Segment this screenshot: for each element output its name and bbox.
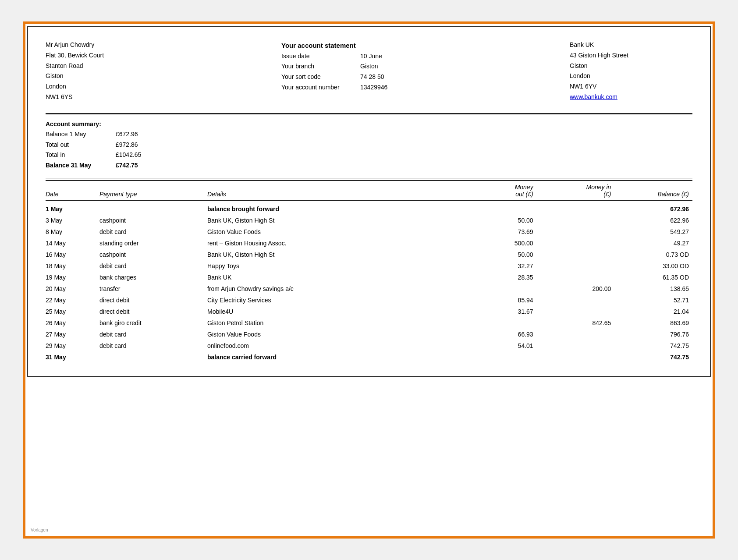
col-header-balance: Balance (£): [614, 181, 692, 201]
sort-value: 74 28 50: [360, 72, 384, 82]
summary-row: Balance 31 May£742.75: [46, 160, 692, 171]
cell-out: 85.94: [459, 294, 537, 306]
header-statement: Your account statement Issue date 10 Jun…: [281, 40, 448, 103]
summary-row: Balance 1 May£672.96: [46, 129, 692, 140]
cell-date: 1 May: [46, 201, 99, 215]
cell-details: City Electricity Services: [207, 294, 459, 306]
cell-balance: 796.76: [614, 329, 692, 340]
cell-date: 31 May: [46, 351, 99, 363]
cell-date: 25 May: [46, 306, 99, 317]
col-header-date: Date: [46, 181, 99, 201]
outer-border: Mr Arjun Chowdry Flat 30, Bewick Court S…: [23, 21, 715, 539]
cell-out: 54.01: [459, 340, 537, 351]
cell-in: [537, 329, 615, 340]
sort-label: Your sort code: [281, 72, 351, 82]
bank-website[interactable]: www.bankuk.com: [570, 93, 617, 100]
cell-out: [459, 317, 537, 329]
cell-out: [459, 283, 537, 294]
cell-details: Bank UK, Giston High St: [207, 249, 459, 260]
cell-in: [537, 237, 615, 249]
cell-in: [537, 201, 615, 215]
summary-row-label: Total in: [46, 150, 107, 160]
cell-details: rent – Giston Housing Assoc.: [207, 237, 459, 249]
summary-row: Total out£972.86: [46, 140, 692, 150]
cell-balance: 49.27: [614, 237, 692, 249]
bank-address3: London: [570, 71, 692, 82]
branch-value: Giston: [360, 61, 378, 72]
table-row: 18 May debit card Happy Toys 32.27 33.00…: [46, 260, 692, 272]
table-row: 27 May debit card Giston Value Foods 66.…: [46, 329, 692, 340]
issue-label: Issue date: [281, 51, 351, 62]
inner-border: Mr Arjun Chowdry Flat 30, Bewick Court S…: [27, 26, 711, 377]
cell-details: Bank UK, Giston High St: [207, 215, 459, 226]
cell-balance: 742.75: [614, 351, 692, 363]
cell-details: Happy Toys: [207, 260, 459, 272]
summary-row-label: Balance 1 May: [46, 129, 107, 140]
branch-label: Your branch: [281, 61, 351, 72]
cell-details: Giston Value Foods: [207, 329, 459, 340]
cell-in: [537, 272, 615, 283]
cell-out: 28.35: [459, 272, 537, 283]
transactions-table: Date Payment type Details Moneyout (£) M…: [46, 180, 692, 363]
cell-date: 26 May: [46, 317, 99, 329]
cell-balance: 672.96: [614, 201, 692, 215]
summary-row-label: Balance 31 May: [46, 160, 107, 171]
cell-in: [537, 294, 615, 306]
cell-in: 200.00: [537, 283, 615, 294]
cell-type: [99, 351, 207, 363]
customer-address5: NW1 6YS: [46, 92, 160, 103]
table-row: 29 May debit card onlinefood.com 54.01 7…: [46, 340, 692, 351]
customer-address4: London: [46, 82, 160, 92]
cell-type: debit card: [99, 329, 207, 340]
cell-out: 31.67: [459, 306, 537, 317]
header-section: Mr Arjun Chowdry Flat 30, Bewick Court S…: [46, 40, 692, 103]
cell-in: [537, 351, 615, 363]
cell-out: 32.27: [459, 260, 537, 272]
statement-title: Your account statement: [281, 40, 448, 51]
bank-name: Bank UK: [570, 40, 692, 50]
cell-out: 50.00: [459, 249, 537, 260]
summary-divider: [46, 178, 692, 178]
cell-date: 20 May: [46, 283, 99, 294]
table-row: 3 May cashpoint Bank UK, Giston High St …: [46, 215, 692, 226]
cell-date: 3 May: [46, 215, 99, 226]
cell-details: onlinefood.com: [207, 340, 459, 351]
cell-type: debit card: [99, 340, 207, 351]
table-row: 20 May transfer from Arjun Chowdry savin…: [46, 283, 692, 294]
cell-date: 18 May: [46, 260, 99, 272]
cell-out: 50.00: [459, 215, 537, 226]
table-row: 19 May bank charges Bank UK 28.35 61.35 …: [46, 272, 692, 283]
col-header-type: Payment type: [99, 181, 207, 201]
table-row: 25 May direct debit Mobile4U 31.67 21.04: [46, 306, 692, 317]
footer-label: Vorlagen: [31, 528, 48, 532]
customer-name: Mr Arjun Chowdry: [46, 40, 160, 50]
cell-balance: 622.96: [614, 215, 692, 226]
table-row: 16 May cashpoint Bank UK, Giston High St…: [46, 249, 692, 260]
cell-balance: 21.04: [614, 306, 692, 317]
cell-type: debit card: [99, 260, 207, 272]
summary-row-value: £972.86: [116, 140, 138, 150]
cell-in: [537, 249, 615, 260]
col-header-details: Details: [207, 181, 459, 201]
cell-balance: 742.75: [614, 340, 692, 351]
cell-out: 73.69: [459, 226, 537, 237]
cell-date: 22 May: [46, 294, 99, 306]
cell-balance: 52.71: [614, 294, 692, 306]
cell-date: 19 May: [46, 272, 99, 283]
cell-balance: 863.69: [614, 317, 692, 329]
cell-details: Bank UK: [207, 272, 459, 283]
cell-type: cashpoint: [99, 215, 207, 226]
bank-address4: NW1 6YV: [570, 82, 692, 92]
cell-date: 29 May: [46, 340, 99, 351]
cell-balance: 549.27: [614, 226, 692, 237]
summary-row-value: £742.75: [116, 160, 138, 171]
cell-details: Giston Value Foods: [207, 226, 459, 237]
cell-in: [537, 260, 615, 272]
cell-type: standing order: [99, 237, 207, 249]
table-row: 14 May standing order rent – Giston Hous…: [46, 237, 692, 249]
col-header-out: Moneyout (£): [459, 181, 537, 201]
table-header-row: Date Payment type Details Moneyout (£) M…: [46, 181, 692, 201]
account-summary: Account summary: Balance 1 May£672.96Tot…: [46, 121, 692, 171]
cell-type: debit card: [99, 226, 207, 237]
cell-details: from Arjun Chowdry savings a/c: [207, 283, 459, 294]
